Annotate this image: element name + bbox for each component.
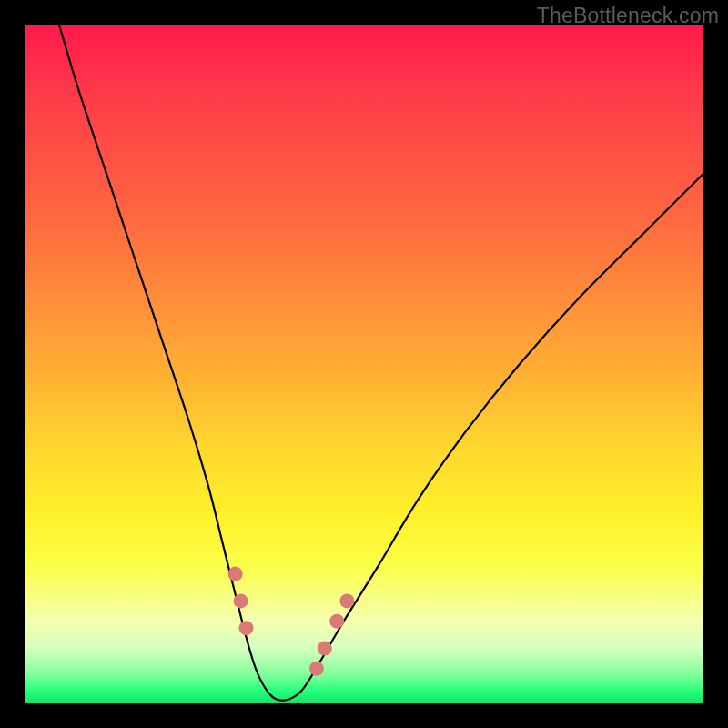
marker-dot	[339, 593, 354, 608]
bottleneck-curve	[59, 25, 703, 701]
marker-dot	[329, 614, 344, 629]
outer-frame: TheBottleneck.com	[0, 0, 728, 728]
chart-svg	[25, 25, 703, 703]
marker-dot	[228, 567, 243, 581]
plot-area	[25, 25, 703, 703]
marker-dot	[309, 662, 324, 676]
marker-dot	[239, 621, 254, 635]
watermark-text: TheBottleneck.com	[537, 4, 719, 28]
marker-dot	[234, 593, 248, 608]
data-markers	[228, 567, 355, 693]
marker-dot	[318, 642, 332, 656]
